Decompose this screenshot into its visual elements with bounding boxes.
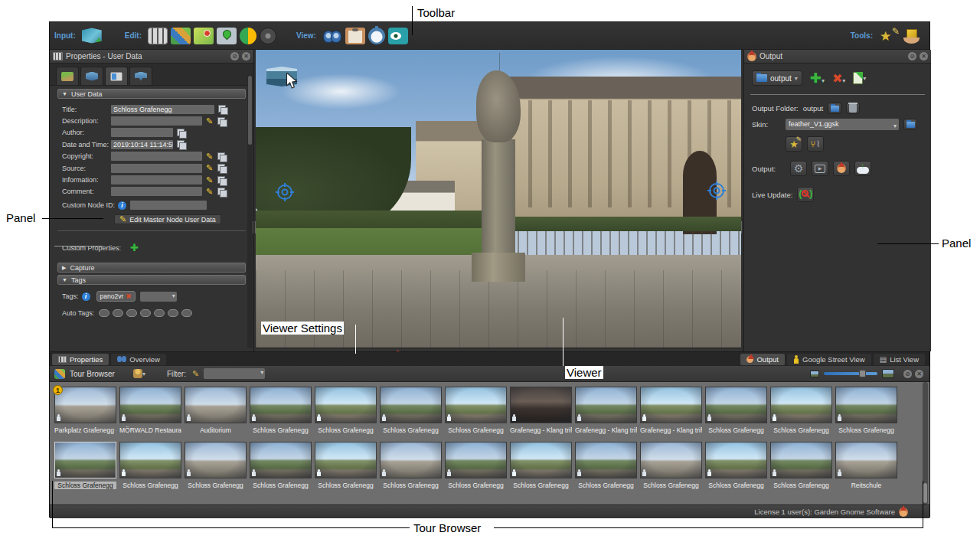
splitter-handle[interactable] (54, 246, 103, 247)
tour-scrollbar[interactable] (923, 382, 928, 504)
add-output-button[interactable]: ✚▾ (810, 70, 825, 87)
tour-thumbnail[interactable]: 1 Grafenegg - Klang trifft ... (510, 387, 572, 434)
section-user-data[interactable]: ▼ User Data (57, 89, 246, 99)
tab-output[interactable]: Output (740, 354, 785, 365)
thumbnail-image[interactable]: 1 (185, 387, 247, 423)
tour-thumbnail[interactable]: 1 Schloss Grafenegg (770, 387, 832, 434)
output-format-select[interactable]: output ▾ (752, 70, 802, 86)
input-panorama-icon[interactable] (82, 28, 102, 44)
edit-properties-icon[interactable] (148, 28, 168, 44)
skin-configuration-button[interactable]: ⑂⌇ (807, 136, 824, 152)
thumbnail-image[interactable]: 1 (835, 387, 897, 423)
garden-gnome-output-button[interactable] (833, 161, 850, 176)
hotspot-marker[interactable] (276, 183, 294, 201)
hotspot-marker[interactable] (707, 181, 726, 200)
tour-thumbnail[interactable]: Schloss Grafenegg (640, 442, 702, 489)
tour-thumbnail[interactable]: Schloss Grafenegg (770, 442, 832, 489)
field-input[interactable] (111, 116, 202, 126)
scrollbar-handle[interactable] (248, 76, 252, 145)
thumbnail-image[interactable]: 1 (54, 387, 116, 423)
tab-panorama[interactable] (80, 67, 103, 85)
thumbnail-image[interactable] (835, 442, 897, 478)
add-tag-combo[interactable] (140, 292, 177, 302)
open-folder-button[interactable] (828, 103, 841, 114)
tour-thumbnail[interactable]: 1 Schloss Grafenegg (250, 387, 312, 434)
tour-thumbnail[interactable]: Schloss Grafenegg (54, 442, 116, 489)
remove-tag-icon[interactable]: ✖ (126, 292, 132, 300)
panel-scrollbar[interactable] (247, 74, 253, 348)
preview-output-button[interactable]: ▶ (812, 161, 828, 176)
thumbnail-image[interactable]: 1 (575, 387, 637, 423)
delete-folder-button[interactable] (846, 103, 860, 114)
tab-user-data[interactable] (105, 67, 128, 85)
close-panel-button[interactable]: ✕ (242, 52, 250, 60)
edit-google-photos-icon[interactable] (240, 28, 256, 44)
tour-thumbnail[interactable]: 1 Schloss Grafenegg (315, 387, 377, 434)
upload-cloud-button[interactable] (854, 161, 871, 176)
tab-output-pano[interactable] (129, 67, 152, 85)
field-input[interactable] (111, 152, 202, 161)
auto-tag-chip[interactable] (113, 309, 123, 317)
tour-thumbnail[interactable]: Schloss Grafenegg (510, 442, 572, 489)
thumbnail-image[interactable] (315, 442, 377, 478)
copy-icon[interactable] (217, 164, 226, 172)
thumbnail-image[interactable]: 1 (250, 387, 312, 423)
tour-thumbnail[interactable]: 1 Schloss Grafenegg (835, 387, 897, 434)
chevron-down-icon[interactable]: ▾ (142, 371, 145, 377)
scrollbar-handle[interactable] (923, 483, 927, 503)
tour-thumbnail[interactable]: 1 Schloss Grafenegg (445, 387, 507, 434)
edit-skin-button[interactable]: ★✎ (786, 136, 802, 152)
live-update-button[interactable] (797, 187, 814, 202)
thumbnail-image[interactable]: 1 (380, 387, 442, 423)
edit-animation-icon[interactable] (260, 28, 276, 44)
panorama-viewer[interactable]: ◑ + ▦ ☛ ‖ ◎ (256, 50, 741, 363)
copy-icon[interactable] (218, 105, 227, 113)
edit-map-icon[interactable] (194, 28, 214, 44)
tab-google-street-view[interactable]: Google Street View (787, 354, 871, 365)
tour-thumbnail[interactable]: Schloss Grafenegg (250, 442, 312, 489)
close-panel-button[interactable]: ✕ (920, 52, 928, 60)
filter-combo[interactable] (204, 368, 265, 379)
info-icon[interactable]: i (82, 292, 90, 301)
tour-thumbnail[interactable]: 1 Schloss Grafenegg (380, 387, 442, 434)
tour-thumbnail[interactable]: 1 Auditorium (185, 387, 247, 434)
thumbnail-image[interactable] (380, 442, 442, 478)
copy-icon[interactable] (217, 176, 226, 184)
browse-skin-button[interactable] (903, 119, 917, 130)
tab-list-view[interactable]: ▤ List View (874, 354, 925, 365)
tour-thumbnail[interactable]: 1 Schloss Grafenegg (705, 387, 767, 434)
thumbnail-image[interactable]: 1 (640, 387, 702, 423)
thumbnail-image[interactable] (575, 442, 637, 478)
thumbnail-image[interactable] (119, 442, 181, 478)
view-clipboard-icon[interactable] (345, 28, 365, 44)
auto-tag-chip[interactable] (99, 309, 109, 317)
field-input[interactable] (111, 164, 202, 173)
thumbnail-image[interactable] (185, 442, 247, 478)
auto-tag-chip[interactable] (126, 309, 137, 317)
thumbnail-size-slider[interactable] (824, 372, 877, 375)
thumbnail-image[interactable] (705, 442, 767, 478)
thumbnail-image[interactable]: 1 (510, 387, 572, 423)
view-overview-icon[interactable] (322, 28, 342, 44)
tour-thumbnail[interactable]: Reitschule (835, 442, 897, 489)
thumbnail-image[interactable]: 1 (315, 387, 377, 423)
tour-thumbnail[interactable]: 1 Grafenegg - Klang trifft ... (575, 387, 637, 434)
thumbnail-image[interactable] (54, 442, 116, 478)
thumbnail-image[interactable] (510, 442, 572, 478)
field-input[interactable]: 2019:10:14 11:14:55 (111, 140, 173, 149)
auto-tag-chip[interactable] (168, 309, 178, 317)
thumbnail-image[interactable]: 1 (770, 387, 832, 423)
tab-node[interactable] (56, 67, 79, 85)
edit-master-node-button[interactable]: ✎ Edit Master Node User Data (114, 214, 221, 224)
remove-output-button[interactable]: ✖▾ (832, 71, 845, 86)
tour-thumbnail[interactable]: Schloss Grafenegg (119, 442, 181, 489)
skin-select[interactable]: feather_V1.ggsk (786, 119, 899, 130)
field-input[interactable]: Schloss Grafenegg (111, 105, 214, 114)
field-input[interactable] (111, 128, 173, 137)
copy-icon[interactable] (217, 152, 226, 161)
zoom-in-thumbnails-icon[interactable] (882, 369, 894, 378)
tour-thumbnail[interactable]: Schloss Grafenegg (380, 442, 442, 489)
add-property-icon[interactable]: ✚ (130, 242, 139, 253)
left-splitter-grip[interactable] (253, 221, 256, 233)
auto-tag-chip[interactable] (181, 309, 192, 317)
